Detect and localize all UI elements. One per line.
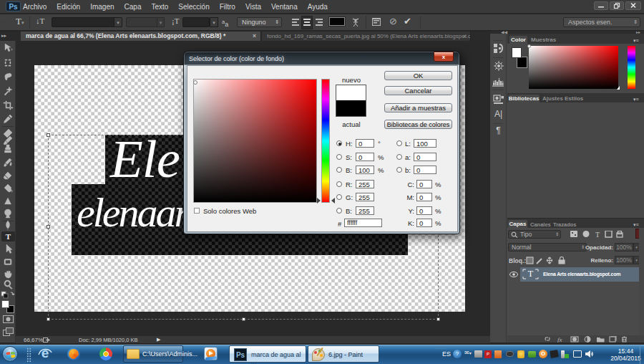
svg-text:fx: fx [557, 336, 562, 343]
svg-text:T: T [595, 231, 600, 238]
